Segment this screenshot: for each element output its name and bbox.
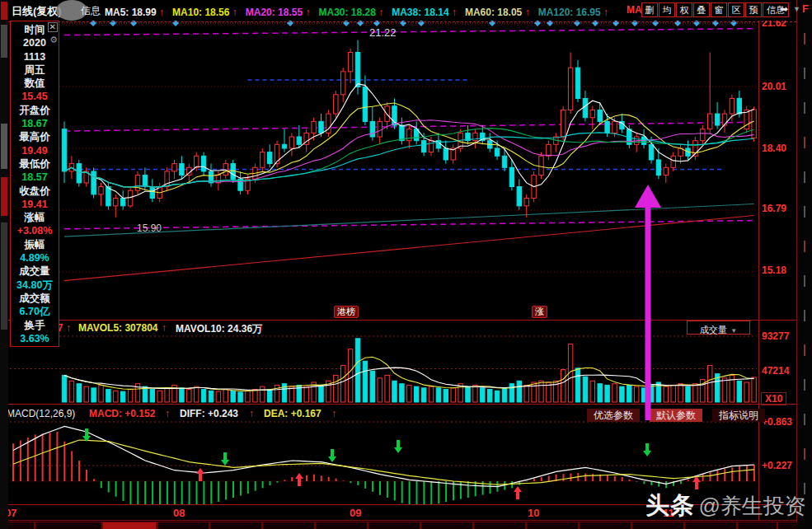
- bottom-tab[interactable]: [631, 522, 684, 529]
- macd-value: MACD: +0.152: [89, 408, 155, 419]
- edge-tick: [804, 206, 805, 218]
- toolbar-button-叠[interactable]: 叠: [693, 2, 710, 17]
- app-window: 日线(复权) 信息 MA5: 18.99 ↑MA10: 18.56 ↑MA20:…: [0, 0, 812, 529]
- bottom-tab[interactable]: [737, 522, 777, 529]
- volume-bar: [598, 384, 602, 402]
- candle: [289, 133, 293, 156]
- left-edge-segment: [1, 25, 7, 58]
- info-row: +3.08%: [11, 224, 59, 237]
- info-row: 19.41: [11, 198, 59, 211]
- candle: [135, 171, 139, 194]
- volume-bar: [671, 385, 675, 402]
- toolbar-divider: [8, 21, 796, 22]
- volume-bar: [223, 390, 228, 402]
- candle: [444, 141, 448, 164]
- edge-tick: [804, 241, 805, 252]
- volume-bar: [466, 386, 470, 402]
- candle: [568, 53, 572, 115]
- up-arrow-icon: ↑: [449, 7, 457, 18]
- price-axis-label: 18.40: [762, 143, 786, 154]
- edge-tick: [804, 171, 805, 183]
- bottom-tab[interactable]: [262, 522, 315, 529]
- toolbar-button-权[interactable]: 权: [676, 2, 692, 17]
- volume-bar: [532, 382, 536, 402]
- main-chart-canvas[interactable]: [0, 21, 796, 320]
- bottom-tab[interactable]: [209, 522, 262, 529]
- macd-axis-label: +0.863: [762, 416, 792, 428]
- edge-tick: [804, 275, 805, 287]
- volume-bar: [92, 388, 96, 402]
- toolbar-button-删[interactable]: 删: [641, 2, 658, 17]
- info-row: 6.70亿: [11, 305, 59, 318]
- candle: [400, 118, 404, 145]
- chevron-down-icon[interactable]: ▼: [793, 5, 800, 13]
- bottom-tab[interactable]: [35, 522, 102, 529]
- axis-border-left: [758, 21, 759, 521]
- volume-bar: [620, 386, 624, 402]
- candle: [701, 125, 705, 144]
- volume-bar: [187, 390, 191, 402]
- info-row: 换手: [11, 319, 59, 332]
- candle: [84, 167, 88, 186]
- sell-arrow-icon: [394, 440, 402, 453]
- volume-bar: [260, 386, 265, 402]
- toolbar-button-窗[interactable]: 窗: [711, 2, 727, 17]
- buy-arrow-icon: [295, 473, 303, 486]
- candle: [407, 125, 411, 148]
- candle: [143, 167, 147, 190]
- macd-arrow-icon: ↑: [165, 408, 170, 419]
- watermark: 头条 @养生投资: [645, 489, 806, 522]
- candle: [664, 164, 668, 183]
- bottom-tab[interactable]: [368, 522, 420, 529]
- bottom-tab[interactable]: [420, 522, 473, 529]
- candle: [201, 152, 205, 176]
- volume-bar: [180, 388, 184, 402]
- dea-value: DEA: +0.167: [264, 408, 322, 419]
- candle: [334, 91, 338, 118]
- candle: [590, 106, 594, 129]
- collapse-arrow-icon[interactable]: ➡: [780, 3, 788, 15]
- candle: [693, 137, 697, 160]
- volume-bar: [444, 390, 448, 402]
- candle: [92, 167, 96, 198]
- event-badge-right: 涨: [532, 306, 547, 318]
- mavol5-value: MAVOL5: 307804: [78, 322, 158, 334]
- ma-value-label: MA5: 18.99 ↑: [105, 7, 164, 18]
- price-axis-label: 15.18: [762, 264, 786, 276]
- volume-bar: [99, 385, 103, 402]
- toolbar-button-预[interactable]: 预: [745, 2, 762, 17]
- edge-tick: [804, 344, 805, 356]
- bottom-tab[interactable]: [579, 522, 631, 529]
- volume-bar: [473, 385, 477, 402]
- bottom-tab[interactable]: [102, 522, 157, 529]
- volume-bar: [583, 377, 587, 402]
- volume-bar: [451, 388, 455, 402]
- candle: [744, 106, 749, 133]
- bottom-tab[interactable]: [315, 522, 368, 529]
- volume-bar: [378, 378, 382, 402]
- up-arrow-icon: ↑: [601, 7, 608, 18]
- sell-arrow-icon: [328, 449, 336, 462]
- bottom-tab[interactable]: [157, 522, 209, 529]
- volume-bar: [693, 384, 697, 402]
- gear-icon[interactable]: ⚙: [49, 35, 58, 45]
- data-info-panel: 时间20201113周五数值15.45开盘价18.67最高价19.49最低价18…: [10, 21, 59, 347]
- bottom-tab[interactable]: [684, 522, 737, 529]
- diff-value: DIFF: +0.243: [180, 408, 238, 419]
- left-edge-segment: [1, 177, 7, 216]
- sell-arrow-icon: [82, 428, 91, 442]
- toolbar-button-区[interactable]: 区: [728, 2, 744, 17]
- macd-param-button-1[interactable]: 优选参数: [587, 409, 640, 422]
- indicator-selector[interactable]: 成交量 ▼: [687, 321, 750, 335]
- macd-param-button-3[interactable]: 指标说明: [712, 409, 765, 422]
- candle: [268, 144, 272, 167]
- volume-axis-label: 47214: [762, 365, 789, 377]
- info-label[interactable]: 信息: [81, 4, 101, 18]
- info-row: 1113: [11, 50, 59, 63]
- bottom-tab[interactable]: [526, 522, 579, 529]
- toolbar-button-均[interactable]: 均: [659, 2, 675, 17]
- bottom-tab[interactable]: [473, 522, 526, 529]
- close-icon[interactable]: ✕: [48, 22, 58, 32]
- ma-value-strip: MA5: 18.99 ↑MA10: 18.56 ↑MA20: 18.55 ↑MA…: [105, 4, 617, 19]
- volume-bar: [106, 390, 110, 402]
